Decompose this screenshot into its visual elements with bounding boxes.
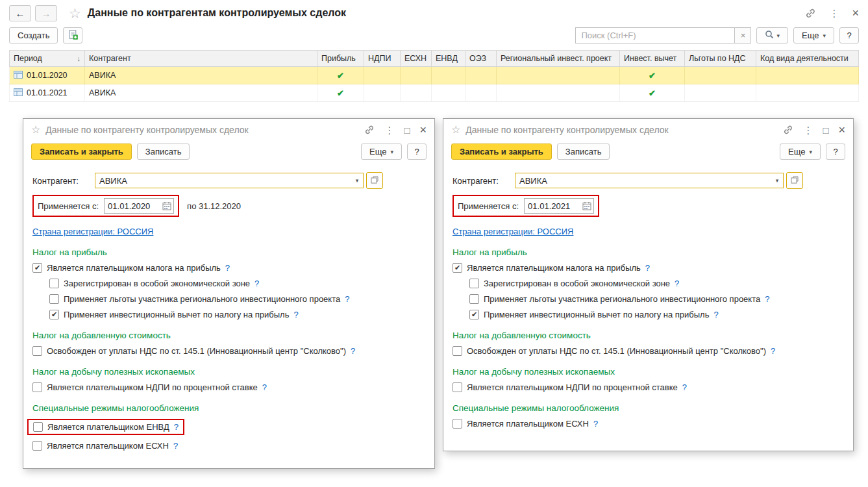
- checkbox-label: Является плательщиком налога на прибыль: [467, 263, 641, 273]
- checkbox[interactable]: ✔: [32, 346, 42, 356]
- close-icon[interactable]: ×: [852, 7, 859, 19]
- maximize-icon[interactable]: □: [404, 125, 410, 135]
- search-clear-button[interactable]: ×: [735, 27, 751, 44]
- help-link[interactable]: ?: [645, 263, 650, 273]
- checkbox[interactable]: ✔: [453, 419, 462, 429]
- chevron-down-icon[interactable]: ▾: [771, 177, 783, 184]
- column-header-oez[interactable]: ОЭЗ: [465, 51, 497, 67]
- counterparty-combobox[interactable]: АВИКА ▾: [515, 173, 784, 188]
- calendar-icon[interactable]: [160, 201, 173, 210]
- save-button[interactable]: Записать: [137, 144, 190, 160]
- more-button[interactable]: Еще▾: [780, 144, 821, 160]
- column-header-envd[interactable]: ЕНВД: [432, 51, 465, 67]
- more-button[interactable]: Еще▾: [361, 144, 402, 160]
- copy-link-icon[interactable]: [364, 125, 375, 135]
- checkbox[interactable]: ✔: [33, 422, 43, 432]
- open-button[interactable]: [786, 172, 803, 189]
- checkbox-row: ✔ Является плательщиком ЕНВД ?: [32, 419, 425, 435]
- back-button[interactable]: ←: [9, 5, 31, 21]
- checkbox[interactable]: ✔: [32, 441, 42, 451]
- favorite-star-icon[interactable]: ☆: [31, 125, 40, 135]
- column-header-activity-code[interactable]: Код вида деятельности: [756, 51, 859, 67]
- applies-from-date-field[interactable]: [524, 198, 594, 214]
- dialog-titlebar: ☆ Данные по контрагенту контролируемых с…: [443, 119, 853, 141]
- copy-link-icon[interactable]: [805, 8, 816, 19]
- dialog-titlebar: ☆ Данные по контрагенту контролируемых с…: [23, 119, 434, 141]
- favorite-star-icon[interactable]: ☆: [69, 6, 81, 20]
- chevron-down-icon: ▾: [809, 149, 812, 155]
- more-button[interactable]: Еще ▾: [793, 27, 834, 44]
- help-link[interactable]: ?: [593, 419, 598, 429]
- table-row[interactable]: 01.01.2021 АВИКА ✔ ✔: [10, 84, 859, 102]
- country-link[interactable]: Страна регистрации: РОССИЯ: [32, 227, 153, 236]
- copy-link-icon[interactable]: [783, 125, 793, 135]
- column-header-vat-benefits[interactable]: Льготы по НДС: [685, 51, 756, 67]
- more-menu-icon[interactable]: ⋮: [829, 8, 839, 18]
- calendar-icon[interactable]: [580, 201, 593, 210]
- save-button[interactable]: Записать: [557, 144, 610, 160]
- help-link[interactable]: ?: [174, 422, 179, 432]
- checkbox[interactable]: ✔: [49, 279, 59, 288]
- save-and-close-button[interactable]: Записать и закрыть: [31, 144, 132, 160]
- column-header-ndpi[interactable]: НДПИ: [364, 51, 401, 67]
- counterparty-combobox[interactable]: АВИКА ▾: [95, 173, 364, 188]
- help-button[interactable]: ?: [839, 27, 859, 44]
- applies-from-label: Применяется с:: [38, 201, 99, 211]
- help-link[interactable]: ?: [345, 294, 349, 304]
- maximize-icon[interactable]: □: [823, 125, 828, 135]
- chevron-down-icon[interactable]: ▾: [351, 177, 363, 184]
- search-options-button[interactable]: ▾: [756, 27, 788, 44]
- more-menu-icon[interactable]: ⋮: [803, 125, 813, 135]
- checkbox-row: ✔ Применяет льготы участника регионально…: [49, 294, 425, 304]
- forward-button[interactable]: →: [35, 5, 57, 21]
- checkbox-label: Является плательщиком налога на прибыль: [47, 263, 221, 273]
- checkbox[interactable]: ✔: [453, 346, 462, 356]
- search-icon: [765, 30, 774, 41]
- period-cell: 01.01.2021: [27, 88, 68, 97]
- checkbox[interactable]: ✔: [453, 263, 462, 273]
- help-button[interactable]: ?: [407, 144, 427, 160]
- column-header-eshn[interactable]: ЕСХН: [401, 51, 432, 67]
- save-and-close-button[interactable]: Записать и закрыть: [451, 144, 552, 160]
- open-button[interactable]: [366, 172, 383, 189]
- record-icon: [14, 71, 23, 81]
- column-header-profit[interactable]: Прибыль: [317, 51, 364, 67]
- checkbox[interactable]: ✔: [32, 382, 42, 392]
- country-link[interactable]: Страна регистрации: РОССИЯ: [453, 227, 573, 236]
- help-link[interactable]: ?: [262, 382, 267, 392]
- applies-from-input[interactable]: [105, 201, 160, 211]
- checkbox[interactable]: ✔: [469, 279, 479, 288]
- help-button[interactable]: ?: [826, 144, 845, 160]
- help-link[interactable]: ?: [225, 263, 230, 273]
- help-link[interactable]: ?: [682, 382, 687, 392]
- help-link[interactable]: ?: [351, 346, 355, 356]
- help-link[interactable]: ?: [765, 294, 769, 304]
- help-link[interactable]: ?: [713, 310, 718, 319]
- checkbox[interactable]: ✔: [49, 310, 59, 319]
- help-link[interactable]: ?: [675, 279, 679, 288]
- help-link[interactable]: ?: [771, 346, 775, 356]
- column-header-counterparty[interactable]: Контрагент: [85, 51, 317, 67]
- search-input[interactable]: [575, 27, 735, 44]
- close-icon[interactable]: ×: [419, 124, 427, 136]
- help-link[interactable]: ?: [293, 310, 298, 319]
- column-header-regional-project[interactable]: Региональный инвест. проект: [497, 51, 620, 67]
- checkbox[interactable]: ✔: [469, 294, 479, 304]
- favorite-star-icon[interactable]: ☆: [451, 125, 460, 135]
- column-header-invest-deduction[interactable]: Инвест. вычет: [620, 51, 685, 67]
- checkbox[interactable]: ✔: [49, 294, 59, 304]
- chevron-down-icon: ▾: [390, 149, 393, 155]
- checkbox[interactable]: ✔: [453, 382, 462, 392]
- more-menu-icon[interactable]: ⋮: [384, 125, 394, 135]
- applies-from-date-field[interactable]: [104, 198, 174, 214]
- checkbox[interactable]: ✔: [32, 263, 42, 273]
- create-copy-button[interactable]: [63, 27, 82, 44]
- create-button[interactable]: Создать: [9, 27, 58, 44]
- applies-from-input[interactable]: [525, 201, 580, 211]
- close-icon[interactable]: ×: [838, 124, 845, 136]
- help-link[interactable]: ?: [254, 279, 259, 288]
- checkbox[interactable]: ✔: [469, 310, 479, 319]
- help-link[interactable]: ?: [173, 441, 178, 451]
- table-row[interactable]: 01.01.2020 АВИКА ✔ ✔: [10, 67, 859, 84]
- column-header-period[interactable]: Период ↓: [10, 51, 85, 67]
